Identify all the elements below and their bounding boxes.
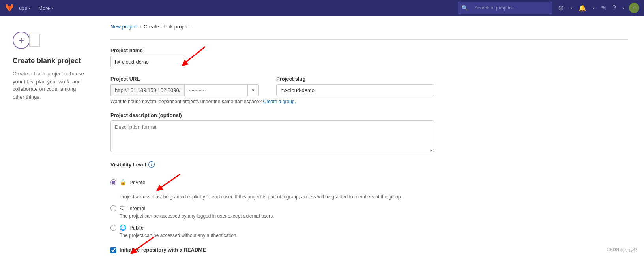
visibility-public-desc: The project can be accessed without any …: [120, 232, 412, 239]
breadcrumb: New project › Create blank project: [110, 24, 628, 30]
visibility-public-option: 🌐 Public The project can be accessed wit…: [110, 224, 628, 239]
chevron-down-help[interactable]: ▾: [621, 4, 626, 12]
visibility-private-label: Private: [129, 179, 145, 185]
project-name-input[interactable]: [110, 56, 185, 68]
left-panel-description: Create a blank project to house your fil…: [13, 70, 85, 101]
chevron-down-bell[interactable]: ▾: [591, 4, 596, 12]
visibility-public-row: 🌐 Public: [110, 224, 628, 231]
avatar[interactable]: H: [629, 3, 639, 13]
project-name-input-wrapper: [110, 56, 185, 68]
namespace-select[interactable]: ············: [184, 84, 247, 96]
breadcrumb-separator: ›: [140, 24, 142, 29]
visibility-private-option: 🔒 Private Project access must be granted…: [110, 172, 628, 200]
top-navbar: ups ▾ More ▾ 🔍 ⊕ ▾ 🔔 ▾ ✎ ? ▾ H: [0, 0, 644, 16]
visibility-help-icon[interactable]: i: [148, 161, 155, 168]
search-icon: 🔍: [461, 5, 468, 11]
visibility-internal-label: Internal: [128, 205, 145, 211]
visibility-private-radio[interactable]: [110, 179, 116, 185]
left-icon-area: +: [13, 32, 85, 49]
project-description-section: Project description (optional): [110, 112, 628, 153]
project-url-label: Project URL: [110, 76, 268, 82]
visibility-internal-option: 🛡 Internal The project can be accessed b…: [110, 205, 628, 220]
url-prefix: http://161.189.150.102:8090/: [110, 84, 184, 96]
url-row: http://161.189.150.102:8090/ ···········…: [110, 84, 268, 96]
search-bar[interactable]: 🔍: [458, 2, 552, 14]
left-panel-title: Create blank project: [13, 57, 85, 65]
chevron-down-new[interactable]: ▾: [569, 4, 574, 12]
plus-circle-icon: +: [13, 32, 30, 49]
edit-icon[interactable]: ✎: [599, 3, 608, 13]
visibility-public-label: Public: [129, 225, 143, 231]
slug-group: Project slug: [276, 76, 434, 96]
globe-icon: 🌐: [120, 224, 126, 231]
main-content: New project › Create blank project Proje…: [95, 16, 644, 256]
create-group-link[interactable]: Create a group.: [263, 99, 296, 104]
search-input[interactable]: [470, 4, 549, 12]
visibility-section: Visibility Level i 🔒 Private Project acc…: [110, 161, 628, 239]
navbar-actions: ⊕ ▾ 🔔 ▾ ✎ ? ▾ H: [556, 2, 639, 14]
visibility-public-radio[interactable]: [110, 225, 116, 231]
project-slug-label: Project slug: [276, 76, 434, 82]
breadcrumb-parent-link[interactable]: New project: [110, 24, 138, 30]
navbar-brand[interactable]: [5, 3, 14, 13]
watermark: CSDN @小淙然: [607, 247, 638, 253]
project-description-input[interactable]: [110, 120, 434, 152]
chevron-down-icon: ▾: [28, 6, 30, 10]
visibility-internal-row: 🛡 Internal: [110, 205, 628, 211]
url-slug-wrapper: Project URL http://161.189.150.102:8090/…: [110, 76, 434, 96]
url-dropdown-button[interactable]: ▾: [247, 84, 259, 96]
init-readme-checkbox-row: Initialize repository with a README: [110, 247, 628, 253]
init-readme-section: Initialize repository with a README Allo…: [110, 247, 628, 256]
page-wrapper: + Create blank project Create a blank pr…: [0, 16, 644, 256]
project-name-section: Project name: [110, 47, 628, 68]
navbar-more[interactable]: More ▾: [35, 4, 56, 13]
svg-marker-1: [156, 185, 163, 191]
url-group: Project URL http://161.189.150.102:8090/…: [110, 76, 268, 96]
new-item-button[interactable]: ⊕: [556, 2, 565, 14]
lock-icon: 🔒: [120, 179, 126, 185]
navbar-left: ups ▾ More ▾: [5, 3, 56, 13]
chevron-down-icon: ▾: [51, 6, 53, 10]
visibility-private-row: 🔒 Private: [110, 172, 628, 192]
url-hint: Want to house several dependent projects…: [110, 99, 628, 104]
help-icon[interactable]: ?: [611, 3, 618, 13]
breadcrumb-divider: [110, 39, 628, 40]
init-readme-checkbox[interactable]: [110, 247, 116, 253]
project-slug-input[interactable]: [276, 84, 434, 96]
left-panel: + Create blank project Create a blank pr…: [0, 16, 95, 256]
visibility-private-desc: Project access must be granted explicitl…: [120, 193, 412, 200]
notifications-icon[interactable]: 🔔: [577, 3, 588, 13]
project-description-label: Project description (optional): [110, 112, 628, 118]
document-icon: [29, 34, 40, 47]
visibility-internal-radio[interactable]: [110, 205, 116, 211]
breadcrumb-current: Create blank project: [144, 24, 189, 30]
private-arrow-annotation: [152, 172, 184, 192]
project-url-section: Project URL http://161.189.150.102:8090/…: [110, 76, 628, 104]
shield-icon: 🛡: [120, 205, 125, 211]
visibility-internal-desc: The project can be accessed by any logge…: [120, 213, 412, 220]
visibility-label: Visibility Level i: [110, 161, 628, 168]
navbar-groups[interactable]: ups ▾: [16, 4, 34, 13]
project-name-label: Project name: [110, 47, 628, 53]
init-readme-label: Initialize repository with a README: [120, 247, 206, 253]
